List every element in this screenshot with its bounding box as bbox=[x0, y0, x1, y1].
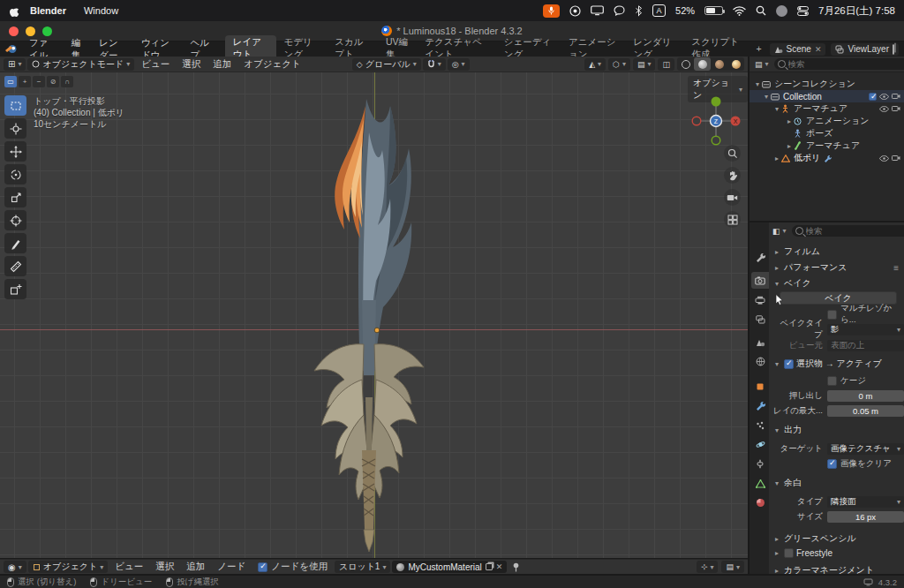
collection-exclude-checkbox[interactable] bbox=[869, 93, 877, 101]
shader-menu-node[interactable]: ノード bbox=[212, 561, 251, 573]
shading-wireframe-button[interactable] bbox=[677, 57, 694, 71]
select-subtract-mode-button[interactable]: − bbox=[33, 76, 45, 87]
margin-size-field[interactable]: 16 px bbox=[827, 511, 904, 523]
pan-hand-button[interactable] bbox=[724, 167, 741, 184]
snap-toggle-button[interactable]: ▾ bbox=[423, 58, 446, 71]
material-copy-icon[interactable] bbox=[486, 563, 493, 570]
material-slot-dropdown[interactable]: スロット1▾ bbox=[335, 561, 391, 573]
xray-toggle-button[interactable]: ◫ bbox=[658, 58, 674, 71]
editor-type-dropdown[interactable]: ⊞▾ bbox=[4, 58, 26, 71]
zoom-window-button[interactable] bbox=[42, 26, 52, 36]
shader-editor-type-dropdown[interactable]: ◉▾ bbox=[4, 561, 26, 573]
bluetooth-icon[interactable] bbox=[635, 5, 643, 17]
use-nodes-toggle[interactable]: ノードを使用 bbox=[252, 561, 333, 573]
outliner-row-pose[interactable]: ポーズ bbox=[750, 127, 904, 139]
view-from-dropdown[interactable]: 表面の上 bbox=[827, 340, 904, 351]
material-name-field[interactable]: MyCustomMaterial ✕ bbox=[392, 561, 507, 573]
tab-scene-properties[interactable] bbox=[751, 334, 769, 351]
menubar-app-name[interactable]: Blender bbox=[23, 5, 73, 16]
chat-bubble-icon[interactable] bbox=[614, 5, 625, 16]
menubar-datetime[interactable]: 7月26日(土) 7:58 bbox=[818, 4, 895, 18]
viewlayer-selector[interactable]: ViewLayer bbox=[831, 43, 899, 56]
tab-render-properties[interactable] bbox=[751, 272, 769, 289]
tab-physics-properties[interactable] bbox=[751, 436, 769, 453]
transform-tool[interactable] bbox=[4, 210, 26, 230]
outliner-row-armature-data[interactable]: ▸ アーマチュア bbox=[750, 139, 904, 152]
overlays-dropdown[interactable]: ▤▾ bbox=[633, 58, 656, 71]
from-multires-checkbox[interactable] bbox=[827, 310, 837, 320]
tab-output-properties[interactable] bbox=[751, 291, 769, 308]
shading-material-button[interactable] bbox=[711, 57, 727, 71]
select-intersect-mode-button[interactable]: ∩ bbox=[61, 76, 73, 87]
battery-icon[interactable] bbox=[704, 6, 723, 15]
shader-menu-add[interactable]: 追加 bbox=[181, 561, 210, 573]
wifi-icon[interactable] bbox=[733, 6, 746, 16]
panel-color-management[interactable]: ▸カラーマネージメント bbox=[772, 564, 874, 577]
freestyle-checkbox[interactable] bbox=[784, 548, 794, 558]
properties-editor-type-dropdown[interactable]: ◧▾ bbox=[771, 227, 788, 236]
add-workspace-button[interactable]: + bbox=[748, 42, 769, 56]
viewlayer-copy-icon[interactable] bbox=[893, 45, 894, 54]
camera-render-icon[interactable] bbox=[892, 155, 900, 162]
panel-bake[interactable]: ▾ベイク bbox=[772, 277, 811, 290]
target-dropdown[interactable]: 画像テクスチャ▾ bbox=[827, 443, 904, 455]
measure-tool[interactable] bbox=[4, 256, 26, 276]
control-center-icon[interactable] bbox=[797, 6, 809, 16]
camera-view-button[interactable] bbox=[724, 189, 741, 206]
tab-modifier-properties[interactable] bbox=[751, 397, 769, 414]
menubar-window-menu[interactable]: Window bbox=[77, 5, 125, 16]
outliner-search-input[interactable] bbox=[774, 58, 904, 70]
preset-menu-icon[interactable]: ≡ bbox=[893, 263, 899, 273]
mic-status-icon[interactable] bbox=[543, 4, 560, 18]
subpanel-selected-to-active[interactable]: ▾ 選択物 → アクティブ bbox=[772, 358, 882, 370]
shading-rendered-button[interactable] bbox=[727, 57, 744, 71]
scene-unlink-icon[interactable]: ✕ bbox=[815, 45, 822, 54]
tab-particle-properties[interactable] bbox=[751, 417, 769, 433]
input-source-icon[interactable]: A bbox=[652, 4, 666, 17]
properties-search-input[interactable] bbox=[792, 225, 904, 237]
scale-tool[interactable] bbox=[4, 187, 26, 207]
gizmo-y-axis-ball[interactable] bbox=[712, 97, 721, 107]
eye-icon[interactable] bbox=[879, 155, 889, 162]
tab-tool-properties[interactable] bbox=[751, 249, 769, 266]
extrusion-value-field[interactable]: 0 m bbox=[827, 390, 904, 402]
panel-grease-pencil[interactable]: ▸グリースペンシル bbox=[772, 532, 856, 545]
expander-icon[interactable]: ▾ bbox=[772, 105, 781, 113]
max-ray-value-field[interactable]: 0.05 m bbox=[827, 405, 904, 417]
cage-checkbox[interactable] bbox=[827, 376, 837, 386]
shader-menu-view[interactable]: ビュー bbox=[109, 561, 148, 573]
minimize-window-button[interactable] bbox=[26, 26, 35, 36]
shader-mode-dropdown[interactable]: オブジェクト▾ bbox=[28, 561, 108, 573]
tab-viewlayer-properties[interactable] bbox=[751, 311, 769, 328]
move-tool[interactable] bbox=[4, 141, 26, 162]
close-window-button[interactable] bbox=[9, 26, 19, 36]
cage-row[interactable]: ケージ bbox=[772, 374, 904, 387]
object-visibility-dropdown[interactable]: ◭▾ bbox=[584, 58, 606, 71]
blender-menu-icon[interactable] bbox=[0, 44, 22, 54]
viewport-canvas[interactable]: トップ・平行投影 (40) Collection | 低ポリ 10センチメートル… bbox=[0, 72, 748, 558]
tab-object-properties[interactable] bbox=[751, 378, 769, 395]
camera-render-icon[interactable] bbox=[892, 105, 900, 112]
proportional-editing-button[interactable]: ◎▾ bbox=[448, 58, 470, 71]
search-icon[interactable] bbox=[756, 5, 766, 16]
rotate-tool[interactable] bbox=[4, 164, 26, 185]
tab-world-properties[interactable] bbox=[751, 353, 769, 370]
viewport-menu-object[interactable]: オブジェクト bbox=[238, 58, 305, 71]
display-icon[interactable] bbox=[591, 5, 604, 16]
ortho-grid-button[interactable] bbox=[724, 211, 741, 228]
expander-icon[interactable]: ▸ bbox=[785, 142, 794, 150]
selected-to-active-checkbox[interactable] bbox=[784, 359, 794, 369]
outliner-row-collection[interactable]: ▾ Collection bbox=[750, 90, 904, 102]
outliner-row-scene-collection[interactable]: ▾ シーンコレクション bbox=[750, 78, 904, 90]
panel-film[interactable]: ▸フィルム bbox=[772, 245, 820, 258]
outliner-editor-type-dropdown[interactable]: ▤▾ bbox=[753, 60, 771, 69]
expander-icon[interactable]: ▾ bbox=[762, 93, 771, 101]
gizmo-x-neg-ball[interactable] bbox=[692, 117, 701, 125]
outliner-row-animation[interactable]: ▸ アニメーション bbox=[750, 115, 904, 127]
add-cube-tool[interactable] bbox=[4, 279, 26, 299]
subpanel-output[interactable]: ▾出力 bbox=[772, 424, 802, 436]
select-invert-mode-button[interactable]: ⊘ bbox=[47, 76, 59, 87]
sword-object[interactable] bbox=[291, 79, 441, 556]
viewport-menu-add[interactable]: 追加 bbox=[207, 58, 237, 71]
camera-render-icon[interactable] bbox=[892, 93, 900, 100]
